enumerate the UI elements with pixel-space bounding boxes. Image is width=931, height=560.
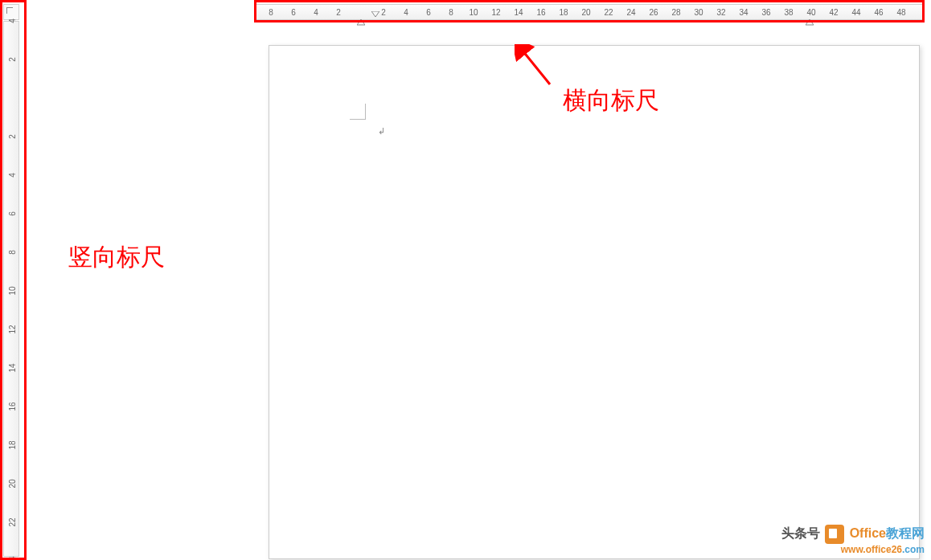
watermark-brand1: Office xyxy=(850,526,886,540)
margin-corner-top-left xyxy=(350,104,366,120)
horizontal-ruler-label: 横向标尺 xyxy=(563,84,659,117)
watermark-brand2: 教程网 xyxy=(886,526,925,540)
horizontal-ruler-highlight-box xyxy=(254,0,925,22)
office-logo-icon xyxy=(825,525,844,544)
vertical-ruler-label: 竖向标尺 xyxy=(68,241,165,274)
svg-line-4 xyxy=(523,51,550,84)
arrow-icon xyxy=(515,44,555,92)
document-page[interactable]: ↲ xyxy=(269,45,920,559)
watermark-prefix: 头条号 xyxy=(781,526,820,540)
paragraph-mark-icon: ↲ xyxy=(378,126,385,137)
vertical-ruler-highlight-box xyxy=(0,0,27,560)
watermark: 头条号 Office教程网 www.office26.com xyxy=(781,525,925,555)
watermark-url: www.office26.com xyxy=(781,544,925,555)
